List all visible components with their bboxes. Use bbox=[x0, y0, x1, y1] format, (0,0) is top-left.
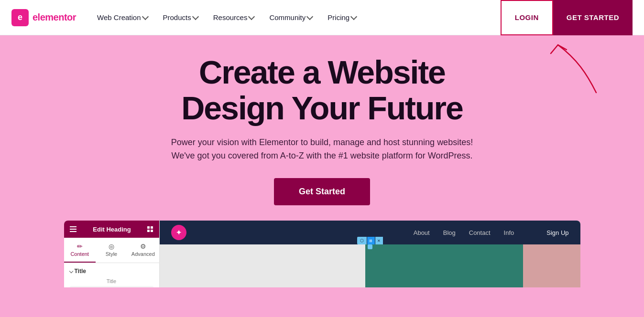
field-label: Title bbox=[70, 278, 153, 284]
nav-item-resources[interactable]: Resources bbox=[207, 10, 260, 25]
editor-sidebar: Edit Heading ✏ Content ◎ Style ⚙ bbox=[64, 221, 160, 287]
canvas-nav-links: About Blog Contact Info Sign Up bbox=[414, 229, 569, 236]
close-handle[interactable]: ✕ bbox=[375, 237, 383, 244]
editor-sidebar-tabs: ✏ Content ◎ Style ⚙ Advanced bbox=[64, 238, 159, 263]
style-icon: ◎ bbox=[98, 243, 125, 250]
navbar: e elementor Web Creation Products Resour… bbox=[0, 0, 644, 35]
chevron-down-icon bbox=[248, 13, 255, 20]
resize-handle[interactable] bbox=[368, 244, 372, 249]
chevron-down-icon bbox=[192, 13, 199, 20]
logo[interactable]: e elementor bbox=[11, 9, 76, 26]
canvas-logo: ✦ bbox=[171, 225, 186, 240]
hero-section: Create a Website Design Your Future Powe… bbox=[0, 35, 644, 287]
navbar-left: e elementor Web Creation Products Resour… bbox=[11, 9, 362, 26]
element-toolbar: ⬡ ⊞ ✕ bbox=[357, 237, 383, 244]
get-started-nav-button[interactable]: GET STARTED bbox=[553, 0, 633, 35]
nav-item-web-creation[interactable]: Web Creation bbox=[91, 10, 153, 25]
gear-icon: ⚙ bbox=[129, 243, 157, 250]
hero-cta-button[interactable]: Get Started bbox=[274, 178, 370, 205]
navbar-right: LOGIN GET STARTED bbox=[501, 0, 633, 35]
canvas-content-area bbox=[160, 244, 580, 287]
canvas-pink-area bbox=[523, 244, 580, 287]
hero-section-content: Create a Website Design Your Future Powe… bbox=[0, 35, 644, 287]
nav-item-products[interactable]: Products bbox=[157, 10, 204, 25]
tab-advanced[interactable]: ⚙ Advanced bbox=[127, 238, 159, 263]
chevron-down-icon bbox=[142, 13, 148, 20]
editor-sidebar-content: Title Title SPRING COCKTAILS ✕ bbox=[64, 263, 159, 287]
canvas-right-area bbox=[365, 244, 580, 287]
move-handle[interactable]: ⬡ bbox=[357, 237, 367, 244]
grid-handle[interactable]: ⊞ bbox=[367, 237, 375, 244]
elementor-logo-icon: e bbox=[11, 9, 29, 26]
hero-title: Create a Website Design Your Future bbox=[10, 54, 634, 126]
chevron-down-icon bbox=[350, 13, 357, 20]
hero-subtitle: Power your vision with Elementor to buil… bbox=[10, 136, 634, 163]
elementor-logo-text: elementor bbox=[33, 12, 76, 23]
tab-content[interactable]: ✏ Content bbox=[64, 238, 96, 263]
editor-preview: Edit Heading ✏ Content ◎ Style ⚙ bbox=[64, 221, 580, 287]
field-value: SPRING COCKTAILS ✕ bbox=[70, 286, 153, 287]
hamburger-icon bbox=[70, 226, 76, 232]
pencil-icon: ✏ bbox=[66, 243, 94, 250]
login-button[interactable]: LOGIN bbox=[501, 0, 553, 35]
editor-sidebar-header: Edit Heading bbox=[64, 221, 159, 238]
chevron-down-icon bbox=[306, 13, 313, 20]
tab-style[interactable]: ◎ Style bbox=[96, 238, 127, 263]
nav-items: Web Creation Products Resources Communit… bbox=[91, 10, 362, 25]
canvas-left-area bbox=[160, 244, 365, 287]
nav-item-community[interactable]: Community bbox=[263, 10, 318, 25]
grid-icon bbox=[147, 226, 153, 232]
chevron-right-icon bbox=[69, 269, 73, 273]
nav-item-pricing[interactable]: Pricing bbox=[322, 10, 362, 25]
title-section-header: Title bbox=[70, 268, 153, 275]
canvas-teal-area bbox=[365, 244, 523, 287]
editor-canvas: ✦ About Blog Contact Info Sign Up ⬡ ⊞ ✕ bbox=[160, 221, 580, 287]
